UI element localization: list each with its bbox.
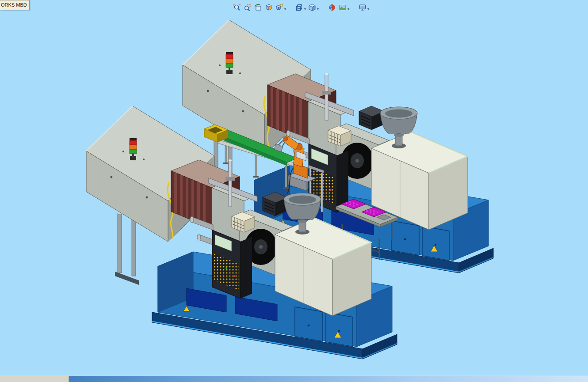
view-orientation-dropdown-icon[interactable]: ▾	[304, 7, 306, 11]
view-settings-dropdown-icon[interactable]: ▾	[367, 7, 369, 11]
zoom-to-fit-icon	[233, 4, 241, 11]
toolbar-button-section-view[interactable]	[263, 2, 274, 13]
previous-view-icon	[254, 4, 262, 11]
dynamic-annotation-views-icon	[275, 4, 283, 11]
model-scene[interactable]	[0, 0, 588, 376]
section-view-icon	[265, 4, 273, 11]
apply-scene-icon	[339, 4, 347, 11]
toolbar-button-zoom-to-fit[interactable]	[232, 2, 242, 13]
view-orientation-icon	[295, 4, 303, 11]
solidworks-window: ORKS MBD ▾ ▾ ▾ ▾	[0, 0, 588, 382]
dynamic-annotation-dropdown-icon[interactable]: ▾	[284, 7, 286, 11]
mbd-tab-label[interactable]: ORKS MBD	[0, 0, 30, 10]
mbd-tab-text: ORKS MBD	[1, 2, 27, 8]
toolbar-button-view-settings[interactable]	[357, 2, 368, 13]
display-style-icon	[308, 4, 316, 11]
toolbar-button-display-style[interactable]	[307, 2, 317, 13]
toolbar-button-dynamic-annotation-views[interactable]	[274, 2, 285, 13]
display-style-dropdown-icon[interactable]: ▾	[317, 7, 319, 11]
status-bar	[0, 376, 588, 382]
toolbar-button-previous-view[interactable]	[253, 2, 263, 13]
apply-scene-dropdown-icon[interactable]: ▾	[347, 7, 349, 11]
view-settings-icon	[359, 4, 367, 11]
toolbar-button-apply-scene[interactable]	[337, 2, 348, 13]
toolbar-button-view-orientation[interactable]	[294, 2, 305, 13]
toolbar-button-zoom-to-area[interactable]	[242, 2, 253, 13]
zoom-to-area-icon	[244, 4, 252, 11]
toolbar-button-edit-appearance[interactable]	[327, 2, 337, 13]
edit-appearance-icon	[328, 4, 336, 11]
heads-up-view-toolbar: ▾ ▾ ▾ ▾ ▾	[232, 2, 370, 13]
graphics-viewport[interactable]	[0, 0, 588, 376]
status-bar-left-segment	[0, 376, 69, 382]
